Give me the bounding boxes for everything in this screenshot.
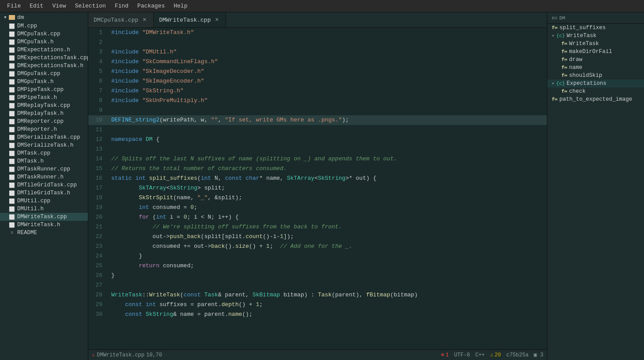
sidebar-item-dmutil-cpp[interactable]: ⬜ DMUtil.cpp (0, 197, 88, 205)
sidebar-item-dmpipetask-h[interactable]: ⬜ DMPipeTask.h (0, 94, 88, 102)
code-line: 12 namespace DM { (88, 135, 547, 144)
tab-label: DMWriteTask.cpp (159, 17, 211, 23)
code-line: 23 consumed += out->back().size() + 1; /… (88, 242, 547, 251)
code-line: 30 const SkString& name = parent.name(); (88, 310, 547, 319)
sidebar-item-dmutil-h[interactable]: ⬜ DMUtil.h (0, 205, 88, 213)
code-line: 26 } (88, 271, 547, 280)
tab-bar: DMCpuTask.cpp × DMWriteTask.cpp × (88, 12, 547, 28)
outline-label: split_suffixes (559, 25, 606, 31)
outline-item-draw[interactable]: f∞ draw (547, 56, 644, 64)
code-line: 25 return consumed; (88, 261, 547, 271)
code-line: 29 const int suffixes = parent.depth() +… (88, 300, 547, 310)
outline-item-check[interactable]: f∞ check (547, 87, 644, 95)
sidebar-item-dmreporter-h[interactable]: ⬜ DMReporter.h (0, 125, 88, 133)
outline-label: Expectations (567, 80, 606, 87)
tab-dmcputask-cpp[interactable]: DMCpuTask.cpp × (88, 12, 154, 27)
sidebar-item-dmcputask-h[interactable]: ⬜ DMCpuTask.h (0, 38, 88, 46)
file-label: DMReplayTask.h (17, 110, 64, 117)
outline-label: check (569, 88, 586, 95)
tab-close-dmcputask[interactable]: × (141, 16, 148, 23)
fn-icon: f∞ (561, 89, 567, 94)
outline-label: makeDirOrFail (569, 49, 612, 55)
outline-label: shouldSkip (569, 72, 602, 79)
outline-namespace: DM (559, 15, 565, 21)
menu-file[interactable]: File (4, 2, 24, 10)
file-label: DMUtil.h (17, 206, 44, 212)
sidebar-item-dmtask-cpp[interactable]: ⬜ DMTask.cpp (0, 149, 88, 157)
file-label: DMPipeTask.h (17, 95, 57, 101)
outline-label: path_to_expected_image (559, 96, 632, 102)
sidebar-folder-dm[interactable]: ▾ dm (0, 12, 88, 22)
h-icon: ⬜ (9, 174, 15, 180)
sidebar-item-dmreplaytask-cpp[interactable]: ⬜ DMReplayTask.cpp (0, 102, 88, 110)
sidebar-item-dmtilegridtask-h[interactable]: ⬜ DMTileGridTask.h (0, 189, 88, 197)
sidebar-item-dmserializetask-cpp[interactable]: ⬜ DMSerializeTask.cpp (0, 133, 88, 141)
code-line: 6 #include "SkImageEncoder.h" (88, 76, 547, 86)
outline-item-makedirorfail[interactable]: f∞ makeDirOrFail (547, 48, 644, 56)
outline-item-writetask-ctor[interactable]: f∞ WriteTask (547, 40, 644, 48)
code-line: 15 // Returns the total number of charac… (88, 164, 547, 174)
outline-item-path-to-expected[interactable]: f∞ path_to_expected_image (547, 95, 644, 103)
error-count: ⊗ 1 (441, 352, 448, 358)
file-label: DMTask.cpp (17, 150, 50, 156)
sidebar-item-dmreplaytask-h[interactable]: ⬜ DMReplayTask.h (0, 110, 88, 117)
code-line: 28 WriteTask::WriteTask(const Task& pare… (88, 290, 547, 300)
menu-edit[interactable]: Edit (26, 2, 47, 10)
error-icon: ⚠ (92, 352, 95, 358)
outline-header: n∷ DM (547, 12, 644, 24)
warn-icon: ⚠ (490, 352, 493, 358)
h-icon: ⬜ (9, 63, 15, 69)
fn-icon: f∞ (561, 65, 567, 70)
menu-help[interactable]: Help (170, 2, 191, 10)
sidebar-item-readme[interactable]: ≡ README (0, 229, 88, 237)
sidebar-item-dmtask-h[interactable]: ⬜ DMTask.h (0, 157, 88, 165)
outline-label: WriteTask (567, 33, 597, 39)
sidebar-item-dmreporter-cpp[interactable]: ⬜ DMReporter.cpp (0, 117, 88, 125)
menu-view[interactable]: View (49, 2, 69, 10)
sidebar-item-dmserializetask-h[interactable]: ⬜ DMSerializeTask.h (0, 141, 88, 149)
sidebar-item-dmcputask-cpp[interactable]: ⬜ DMCpuTask.cpp (0, 30, 88, 38)
h-icon: ⬜ (9, 158, 15, 164)
file-label: DMTileGridTask.h (17, 190, 70, 196)
code-line: 27 (88, 280, 547, 290)
outline-item-shouldskip[interactable]: f∞ shouldSkip (547, 72, 644, 80)
fn-icon: f∞ (561, 73, 567, 78)
tab-close-dmwritetask[interactable]: × (213, 16, 220, 23)
menu-selection[interactable]: Selection (72, 2, 109, 10)
tab-label: DMCpuTask.cpp (94, 17, 138, 23)
file-label: DMWriteTask.cpp (17, 214, 67, 220)
code-editor[interactable]: 1 #include "DMWriteTask.h" 2 3 #include … (88, 28, 547, 349)
outline-label: draw (569, 57, 582, 63)
file-label: DMTileGridTask.cpp (17, 182, 77, 188)
sidebar-item-dmgputask-cpp[interactable]: ⬜ DMGpuTask.cpp (0, 70, 88, 78)
encoding-label: UTF-8 (454, 352, 470, 358)
sidebar-item-dmgputask-h[interactable]: ⬜ DMGpuTask.h (0, 78, 88, 86)
file-label: DMPipeTask.cpp (17, 87, 64, 93)
sidebar-item-dmexpectationstask-h[interactable]: ⬜ DMExpectationsTask.h (0, 62, 88, 70)
sidebar-item-dm-cpp[interactable]: ⬜ DM.cpp (0, 22, 88, 30)
sidebar-item-dmwritetask-cpp[interactable]: ⬜ DMWriteTask.cpp (0, 213, 88, 221)
sidebar-item-dmexpectationstask-cpp[interactable]: ⬜ DMExpectationsTask.cpp (0, 54, 88, 62)
sidebar-item-dmtaskrunner-cpp[interactable]: ⬜ DMTaskRunner.cpp (0, 165, 88, 173)
sidebar-item-dmexpectations-h[interactable]: ⬜ DMExpectations.h (0, 46, 88, 54)
menu-packages[interactable]: Packages (134, 2, 168, 10)
sidebar-item-dmwritetask-h[interactable]: ⬜ DMWriteTask.h (0, 221, 88, 229)
outline-item-split-suffixes[interactable]: f∞ split_suffixes (547, 24, 644, 32)
file-label: DM.cpp (17, 23, 37, 29)
menubar: File Edit View Selection Find Packages H… (0, 0, 644, 12)
file-label: DMExpectationsTask.cpp (17, 55, 88, 61)
code-line: 17 SkTArray<SkString> split; (88, 183, 547, 193)
h-icon: ⬜ (9, 126, 15, 133)
file-label: DMSerializeTask.cpp (17, 134, 80, 140)
sidebar-item-dmpipetask-cpp[interactable]: ⬜ DMPipeTask.cpp (0, 86, 88, 94)
tab-dmwritetask-cpp[interactable]: DMWriteTask.cpp × (154, 12, 226, 27)
sidebar-item-dmtilegridtask-cpp[interactable]: ⬜ DMTileGridTask.cpp (0, 181, 88, 189)
code-line: 3 #include "DMUtil.h" (88, 47, 547, 57)
outline-item-writetask-class[interactable]: ▾ {c} WriteTask (547, 32, 644, 40)
sidebar-item-dmtaskrunner-h[interactable]: ⬜ DMTaskRunner.h (0, 173, 88, 181)
outline-item-name[interactable]: f∞ name (547, 64, 644, 72)
cpp-icon: ⬜ (9, 31, 15, 37)
menu-find[interactable]: Find (111, 2, 132, 10)
outline-label: name (569, 64, 582, 71)
outline-item-expectations-class[interactable]: ▾ {c} Expectations (547, 80, 644, 87)
